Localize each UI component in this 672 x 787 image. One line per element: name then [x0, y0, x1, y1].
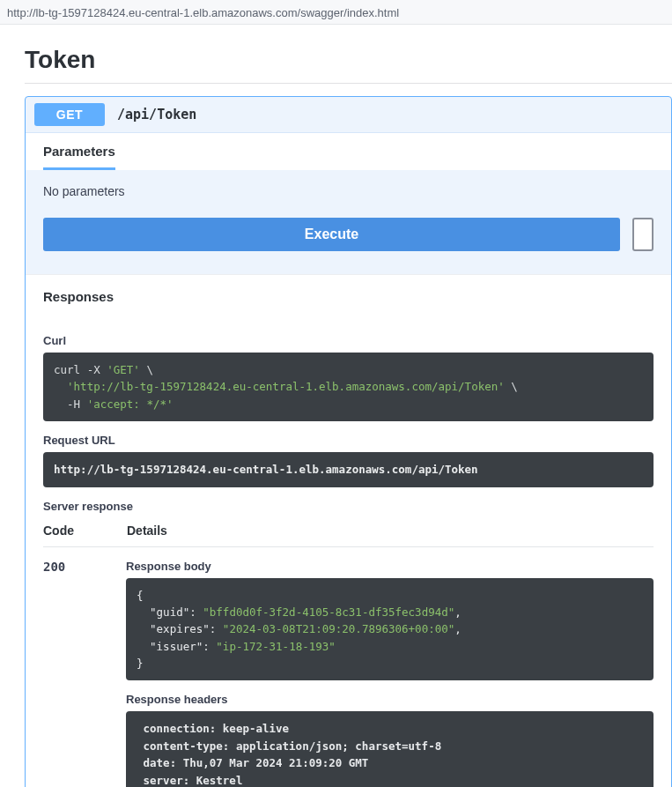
response-table-header: Code Details [43, 518, 654, 547]
col-details: Details [127, 523, 167, 538]
live-response-section: Curl curl -X 'GET' \ 'http://lb-tg-15971… [26, 318, 671, 787]
operation-block-get-token: GET /api/Token Parameters No parameters … [25, 96, 672, 787]
curl-block[interactable]: curl -X 'GET' \ 'http://lb-tg-1597128424… [43, 353, 654, 421]
parameters-area: No parameters [26, 170, 671, 218]
endpoint-path: /api/Token [117, 107, 196, 123]
parameters-section: Parameters No parameters Execute [26, 132, 671, 274]
curl-backslash-1: \ [146, 363, 153, 376]
swagger-page: Token GET /api/Token Parameters No param… [0, 25, 672, 787]
server-response-label: Server response [43, 500, 654, 513]
responses-header: Responses [26, 274, 671, 318]
col-code: Code [43, 523, 74, 538]
resource-title[interactable]: Token [25, 46, 672, 79]
curl-backslash-2: \ [511, 380, 518, 393]
json-issuer-value: "ip-172-31-18-193" [216, 640, 335, 653]
json-expires-value: "2024-03-08T21:09:20.7896306+00:00" [223, 622, 454, 635]
curl-url: 'http://lb-tg-1597128424.eu-central-1.el… [67, 380, 505, 393]
curl-flag-x: -X [87, 363, 100, 376]
browser-address-bar [0, 0, 672, 25]
response-body-label: Response body [126, 560, 654, 573]
json-guid-value: "bffd0d0f-3f2d-4105-8c31-df35fec3d94d" [203, 605, 454, 619]
curl-cmd: curl [54, 363, 80, 376]
response-details: Response body { "guid": "bffd0d0f-3f2d-4… [126, 560, 654, 788]
tab-bar: Parameters [26, 133, 671, 170]
response-headers-block[interactable]: connection: keep-alive content-type: app… [126, 711, 654, 787]
execute-bar: Execute [26, 218, 671, 274]
status-code: 200 [43, 560, 73, 788]
divider [25, 83, 672, 84]
response-row-200: 200 Response body { "guid": "bffd0d0f-3f… [43, 547, 654, 788]
http-method-badge: GET [34, 103, 105, 126]
request-url-label: Request URL [43, 434, 654, 447]
no-parameters-text: No parameters [43, 184, 125, 198]
clear-button[interactable] [632, 218, 654, 251]
request-url-block[interactable]: http://lb-tg-1597128424.eu-central-1.elb… [43, 452, 654, 486]
responses-title: Responses [43, 289, 654, 304]
response-headers-label: Response headers [126, 693, 654, 706]
curl-label: Curl [43, 334, 654, 347]
tab-parameters[interactable]: Parameters [43, 133, 115, 170]
execute-button[interactable]: Execute [43, 218, 620, 251]
response-body-block[interactable]: { "guid": "bffd0d0f-3f2d-4105-8c31-df35f… [126, 578, 654, 681]
address-input[interactable] [5, 4, 665, 21]
curl-flag-h: -H [67, 397, 80, 411]
curl-accept: 'accept: */*' [87, 397, 174, 411]
operation-summary-row[interactable]: GET /api/Token [26, 97, 671, 132]
curl-method: 'GET' [107, 363, 140, 376]
